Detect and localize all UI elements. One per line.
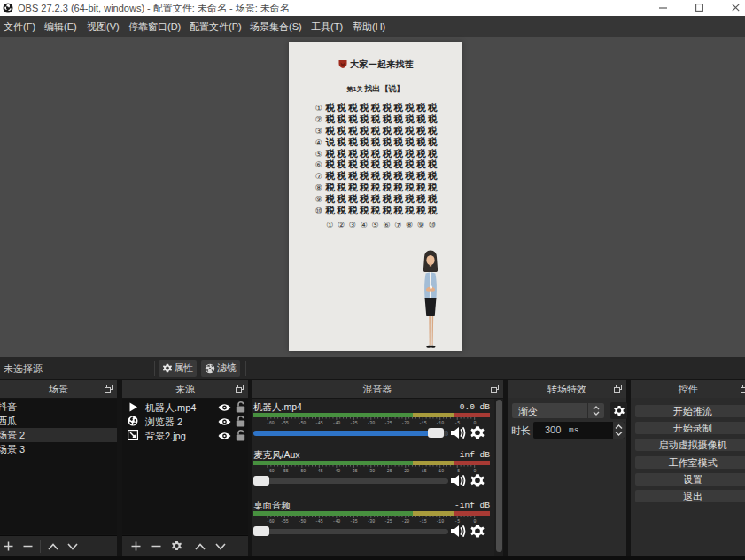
svg-text:-50: -50	[298, 519, 306, 523]
svg-text:-15: -15	[419, 519, 427, 523]
svg-text:-5: -5	[454, 469, 460, 472]
svg-text:-40: -40	[332, 421, 340, 424]
svg-text:-60: -60	[267, 519, 275, 523]
svg-text:-60: -60	[267, 469, 275, 472]
svg-text:-50: -50	[298, 469, 306, 472]
svg-text:-30: -30	[367, 421, 375, 424]
svg-text:0: 0	[474, 421, 477, 424]
svg-text:-15: -15	[419, 469, 427, 472]
svg-text:-20: -20	[401, 421, 409, 424]
svg-text:0: 0	[474, 469, 477, 472]
svg-text:-35: -35	[350, 469, 358, 472]
svg-text:-55: -55	[281, 421, 289, 424]
svg-text:-15: -15	[419, 421, 427, 424]
svg-text:-55: -55	[281, 519, 289, 523]
svg-text:-45: -45	[315, 421, 323, 424]
svg-text:-45: -45	[315, 519, 323, 523]
svg-text:0: 0	[474, 519, 477, 523]
svg-text:-45: -45	[315, 469, 323, 472]
svg-text:-10: -10	[436, 421, 444, 424]
svg-text:-20: -20	[401, 519, 409, 523]
svg-text:-40: -40	[332, 519, 340, 523]
svg-text:-10: -10	[436, 519, 444, 523]
svg-text:-55: -55	[281, 469, 289, 472]
svg-text:-40: -40	[332, 469, 340, 472]
svg-text:-60: -60	[267, 421, 275, 424]
svg-text:-5: -5	[454, 421, 460, 424]
svg-text:-25: -25	[384, 421, 392, 424]
svg-text:-30: -30	[367, 519, 375, 523]
svg-text:-50: -50	[298, 421, 306, 424]
svg-text:-20: -20	[401, 469, 409, 472]
svg-text:-25: -25	[384, 469, 392, 472]
svg-text:-5: -5	[454, 519, 460, 523]
svg-text:-35: -35	[350, 519, 358, 523]
svg-text:-30: -30	[367, 469, 375, 472]
svg-text:-10: -10	[436, 469, 444, 472]
svg-text:-25: -25	[384, 519, 392, 523]
svg-text:-35: -35	[350, 421, 358, 424]
